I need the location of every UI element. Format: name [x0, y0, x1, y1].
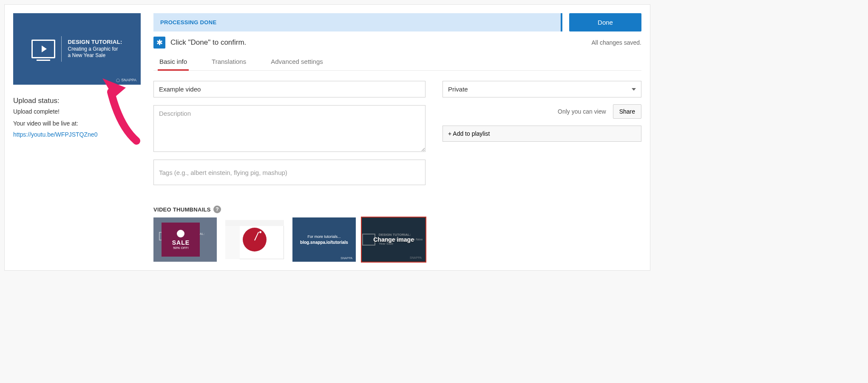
video-tags-input[interactable]	[153, 160, 425, 185]
help-icon[interactable]: ?	[213, 206, 221, 213]
tabs: Basic info Translations Advanced setting…	[153, 54, 641, 71]
thumb4-brand: SNAPPA	[410, 256, 422, 259]
video-live-text: Your video will be live at:	[13, 120, 141, 128]
upload-status-text: Upload complete!	[13, 108, 141, 116]
video-thumbnails-heading: VIDEO THUMBNAILS	[153, 206, 211, 213]
tab-advanced-settings[interactable]: Advanced settings	[269, 54, 325, 71]
video-description-input[interactable]	[153, 105, 425, 152]
privacy-select[interactable]: Private	[443, 81, 641, 97]
change-image-label: Change image	[373, 236, 414, 243]
thumb-line1: Creating a Graphic for	[68, 46, 122, 53]
done-button[interactable]: Done	[569, 13, 641, 31]
thumb3-line2: blog.snappa.io/tutorials	[300, 240, 348, 245]
tab-basic-info[interactable]: Basic info	[158, 54, 189, 71]
thumbnail-option-3[interactable]: For more tutorials... blog.snappa.io/tut…	[292, 217, 356, 262]
thumb-title: DESIGN TUTORIAL:	[68, 39, 122, 46]
thumb-line2: a New Year Sale	[68, 52, 122, 59]
main-column: PROCESSING DONE Done ✱ Click "Done" to c…	[153, 13, 641, 262]
star-icon: ✱	[153, 37, 165, 49]
thumb1-pct: 50% OFF!	[173, 246, 188, 250]
upload-status-heading: Upload status:	[13, 97, 141, 105]
left-column: DESIGN TUTORIAL: Creating a Graphic for …	[13, 13, 141, 262]
tab-translations[interactable]: Translations	[210, 54, 248, 71]
processing-status-bar: PROCESSING DONE	[153, 13, 562, 31]
play-icon	[31, 40, 55, 58]
thumb3-brand: SNAPPA	[340, 257, 352, 260]
thumb1-sale: SALE	[172, 239, 190, 246]
thumbnail-option-1[interactable]: DESIGN TUTORIAL: SALE 50% OFF!	[153, 217, 217, 262]
privacy-selected-value: Private	[448, 86, 468, 93]
thumbnail-option-2[interactable]	[223, 217, 286, 262]
thumbnail-option-4-selected[interactable]: DESIGN TUTORIAL: Creating a Graphic for …	[362, 217, 425, 262]
share-button[interactable]: Share	[613, 104, 641, 119]
thumb3-line1: For more tutorials...	[308, 234, 341, 239]
video-url-link[interactable]: https://youtu.be/WFPJSTQZne0	[13, 131, 97, 138]
video-title-input[interactable]	[153, 81, 425, 97]
confirm-message: Click "Done" to confirm.	[170, 38, 246, 47]
add-to-playlist-button[interactable]: + Add to playlist	[443, 126, 641, 142]
changes-saved-text: All changes saved.	[591, 39, 641, 46]
upload-editor-panel: DESIGN TUTORIAL: Creating a Graphic for …	[4, 4, 650, 271]
privacy-note: Only you can view	[558, 108, 606, 115]
thumb-brand: SNAPPA	[116, 78, 136, 82]
chevron-down-icon	[632, 88, 636, 91]
video-thumbnail-preview: DESIGN TUTORIAL: Creating a Graphic for …	[13, 13, 141, 85]
